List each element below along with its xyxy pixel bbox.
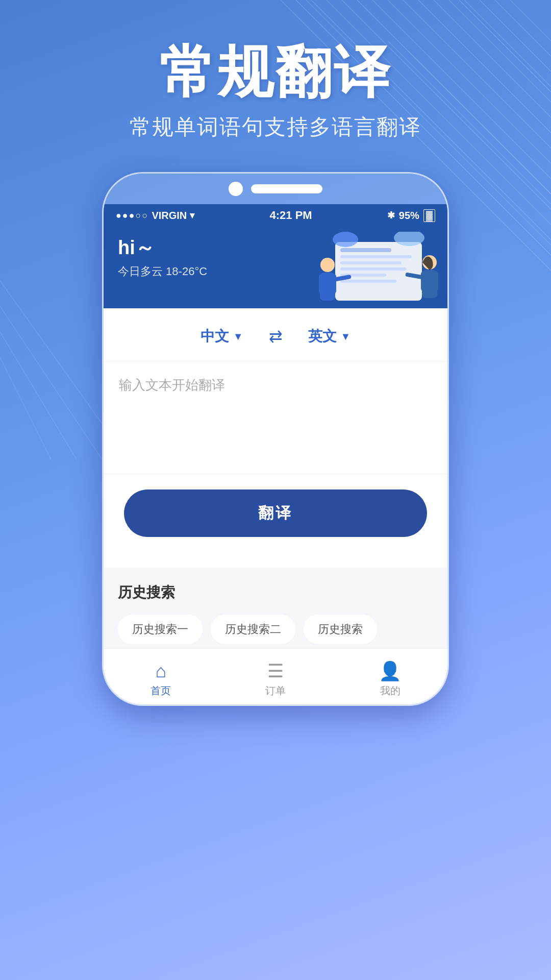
history-tag-1-2[interactable]: 历史搜索二	[211, 615, 295, 644]
phone-frame: ●●●○○ VIRGIN ▾ 4:21 PM ✱ 95% ▓ hi～ 今日多云 …	[102, 172, 449, 706]
svg-rect-36	[330, 274, 336, 294]
history-title: 历史搜索	[118, 583, 433, 602]
translate-button[interactable]: 翻译	[124, 489, 427, 537]
main-title: 常规翻译	[0, 41, 551, 103]
battery-icon: ▓	[423, 209, 435, 222]
target-lang-text: 英文	[308, 327, 337, 346]
profile-icon: 👤	[379, 660, 402, 682]
carrier-label: VIRGIN	[152, 210, 187, 222]
tab-orders-label: 订单	[265, 684, 286, 698]
phone-speaker	[251, 184, 322, 193]
svg-rect-25	[340, 248, 391, 252]
source-lang-text: 中文	[201, 327, 229, 346]
input-placeholder: 输入文本开始翻译	[119, 377, 225, 393]
status-time: 4:21 PM	[269, 209, 312, 222]
tab-profile[interactable]: 👤 我的	[333, 655, 447, 698]
svg-rect-26	[340, 255, 412, 258]
status-right: ✱ 95% ▓	[387, 209, 435, 222]
svg-rect-27	[340, 261, 402, 264]
svg-rect-28	[340, 267, 407, 271]
tab-profile-label: 我的	[380, 684, 400, 698]
illustration	[315, 232, 442, 311]
translation-card: 中文 ▼ ⇄ 英文 ▼ 输入文本开始翻译 翻译	[104, 307, 447, 568]
tab-home-label: 首页	[151, 684, 171, 698]
orders-icon: ☰	[267, 660, 284, 682]
sub-title: 常规单词语句支持多语言翻译	[0, 113, 551, 141]
tab-home[interactable]: ⌂ 首页	[104, 655, 218, 698]
phone-camera	[229, 182, 243, 196]
battery-label: 95%	[399, 210, 419, 222]
language-selector: 中文 ▼ ⇄ 英文 ▼	[104, 307, 447, 362]
translate-btn-wrapper: 翻译	[104, 474, 447, 552]
bluetooth-icon: ✱	[387, 210, 395, 221]
tab-orders[interactable]: ☰ 订单	[218, 655, 333, 698]
svg-rect-30	[340, 280, 396, 283]
top-section: 常规翻译 常规单词语句支持多语言翻译	[0, 0, 551, 141]
translation-input-area[interactable]: 输入文本开始翻译	[104, 362, 447, 474]
source-lang-btn[interactable]: 中文 ▼	[190, 323, 254, 350]
phone-notch	[104, 174, 447, 204]
svg-rect-41	[432, 271, 438, 291]
svg-rect-35	[319, 274, 325, 294]
svg-rect-40	[421, 271, 427, 291]
status-bar: ●●●○○ VIRGIN ▾ 4:21 PM ✱ 95% ▓	[104, 204, 447, 227]
phone-wrapper: ●●●○○ VIRGIN ▾ 4:21 PM ✱ 95% ▓ hi～ 今日多云 …	[0, 172, 551, 706]
target-lang-arrow: ▼	[341, 331, 351, 342]
history-tag-1-3[interactable]: 历史搜索	[304, 615, 377, 644]
history-tag-1-1[interactable]: 历史搜索一	[118, 615, 203, 644]
history-row-1: 历史搜索一 历史搜索二 历史搜索	[118, 615, 433, 644]
status-left: ●●●○○ VIRGIN ▾	[116, 210, 194, 222]
swap-icon: ⇄	[269, 327, 283, 346]
source-lang-arrow: ▼	[233, 331, 243, 342]
svg-point-31	[333, 232, 358, 247]
tab-bar: ⌂ 首页 ☰ 订单 👤 我的	[104, 648, 447, 704]
wifi-icon: ▾	[190, 210, 194, 221]
app-header: hi～ 今日多云 18-26°C	[104, 227, 447, 308]
home-icon: ⌂	[155, 660, 166, 682]
swap-language-btn[interactable]: ⇄	[254, 322, 298, 351]
signal-dots: ●●●○○	[116, 210, 148, 221]
svg-point-33	[320, 258, 335, 272]
target-lang-btn[interactable]: 英文 ▼	[298, 323, 361, 350]
